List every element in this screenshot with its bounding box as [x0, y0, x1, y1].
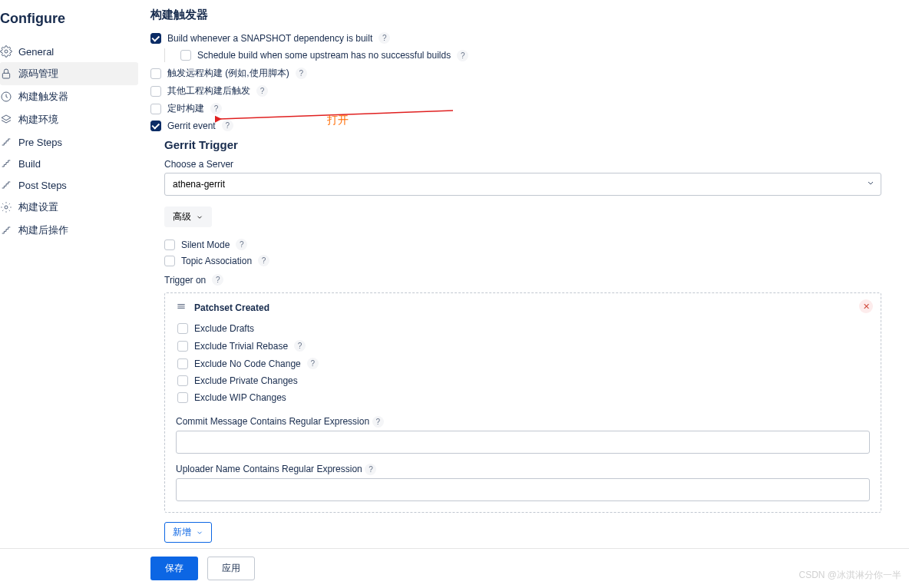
checkbox-label: 定时构建 — [167, 102, 204, 115]
checkbox-label: Exclude No Code Change — [194, 358, 301, 369]
checkbox-label: Topic Association — [181, 256, 252, 266]
sidebar-item-label: General — [18, 46, 54, 58]
uploader-regex-label: Uploader Name Contains Regular Expressio… — [176, 464, 362, 474]
checkbox-label: 触发远程构建 (例如,使用脚本) — [167, 67, 289, 80]
sidebar-item-poststeps[interactable]: Post Steps — [0, 174, 138, 196]
checkbox-label: Schedule build when some upstream has no… — [197, 50, 451, 61]
help-icon[interactable]: ? — [236, 239, 247, 250]
commit-regex-label: Commit Message Contains Regular Expressi… — [176, 416, 369, 427]
svg-rect-1 — [2, 73, 9, 78]
help-icon[interactable]: ? — [294, 340, 306, 352]
trigger-title: Patchset Created — [194, 302, 269, 313]
footer-bar: 保存 应用 — [0, 548, 909, 588]
sidebar-item-label: 构建设置 — [18, 200, 58, 214]
help-icon[interactable]: ? — [258, 255, 269, 266]
sidebar: Configure General 源码管理 构建触发器 构建环境 Pre St… — [0, 0, 138, 551]
checkbox-poll[interactable] — [150, 104, 161, 114]
advanced-button[interactable]: 高级 — [164, 206, 212, 227]
help-icon[interactable]: ? — [256, 85, 268, 97]
sidebar-item-triggers[interactable]: 构建触发器 — [0, 85, 138, 108]
checkbox-gerrit-event[interactable] — [150, 121, 161, 131]
save-button[interactable]: 保存 — [150, 557, 198, 580]
sidebar-item-label: Post Steps — [18, 180, 67, 191]
chevron-down-icon — [196, 213, 203, 221]
checkbox-after-other[interactable] — [150, 86, 161, 97]
checkbox-silent-mode[interactable] — [164, 239, 175, 250]
patchset-created-box: ✕ Patchset Created Exclude Drafts Exclud… — [164, 292, 881, 513]
help-icon[interactable]: ? — [372, 416, 384, 428]
sidebar-item-label: 构建触发器 — [18, 90, 68, 104]
sidebar-item-build[interactable]: Build — [0, 153, 138, 174]
sidebar-item-env[interactable]: 构建环境 — [0, 108, 138, 131]
help-icon[interactable]: ? — [222, 120, 233, 131]
drag-handle-icon[interactable] — [176, 301, 187, 314]
checkbox-exclude-trivial-rebase[interactable] — [177, 341, 188, 352]
checkbox-snapshot[interactable] — [150, 33, 161, 44]
lock-icon — [0, 68, 12, 80]
checkbox-exclude-wip-changes[interactable] — [177, 392, 188, 403]
help-icon[interactable]: ? — [307, 358, 319, 369]
sidebar-item-general[interactable]: General — [0, 41, 138, 62]
chevron-down-icon — [196, 529, 203, 537]
add-label: 新增 — [173, 526, 191, 539]
checkbox-exclude-private-changes[interactable] — [177, 375, 188, 386]
clock-icon — [0, 91, 12, 103]
checkbox-label: Gerrit event — [167, 121, 216, 131]
apply-button[interactable]: 应用 — [207, 557, 255, 580]
indent-line — [164, 48, 165, 62]
checkbox-label: Silent Mode — [181, 239, 230, 250]
sidebar-item-label: 源码管理 — [18, 67, 58, 81]
checkbox-schedule-upstream[interactable] — [180, 50, 191, 61]
checkbox-exclude-no-code-change[interactable] — [177, 358, 188, 369]
page-title: Configure — [0, 8, 138, 41]
sidebar-item-settings[interactable]: 构建设置 — [0, 196, 138, 219]
sidebar-item-label: Pre Steps — [18, 137, 62, 148]
commit-regex-input[interactable] — [176, 431, 870, 454]
gear-icon — [0, 45, 12, 58]
checkbox-label: Exclude Trivial Rebase — [194, 341, 288, 352]
help-icon[interactable]: ? — [296, 68, 307, 79]
help-icon[interactable]: ? — [210, 103, 222, 114]
help-icon[interactable]: ? — [365, 464, 376, 475]
steps-icon — [0, 179, 12, 191]
checkbox-label: Exclude WIP Changes — [194, 392, 286, 403]
help-icon[interactable]: ? — [378, 32, 390, 44]
checkbox-label: Exclude Drafts — [194, 323, 254, 334]
sidebar-item-postbuild[interactable]: 构建后操作 — [0, 219, 138, 242]
checkbox-label: Build whenever a SNAPSHOT dependency is … — [167, 33, 372, 44]
gear-icon — [0, 201, 12, 213]
steps-icon — [0, 157, 12, 170]
help-icon[interactable]: ? — [457, 50, 468, 61]
svg-point-0 — [5, 50, 8, 53]
stack-icon — [0, 114, 12, 126]
gerrit-trigger-title: Gerrit Trigger — [164, 138, 881, 151]
advanced-label: 高级 — [173, 210, 191, 223]
checkbox-remote[interactable] — [150, 68, 161, 79]
trigger-on-label: Trigger on — [164, 275, 206, 286]
sidebar-item-presteps[interactable]: Pre Steps — [0, 131, 138, 153]
steps-icon — [0, 224, 12, 236]
uploader-regex-input[interactable] — [176, 478, 870, 501]
checkbox-label: 其他工程构建后触发 — [167, 84, 250, 97]
main-content: 构建触发器 Build whenever a SNAPSHOT dependen… — [138, 0, 909, 551]
checkbox-label: Exclude Private Changes — [194, 375, 298, 386]
svg-point-3 — [5, 206, 8, 209]
sidebar-item-label: 构建环境 — [18, 113, 58, 127]
server-label: Choose a Server — [164, 159, 881, 170]
sidebar-item-label: 构建后操作 — [18, 223, 68, 237]
add-trigger-button[interactable]: 新增 — [164, 522, 212, 543]
help-icon[interactable]: ? — [212, 274, 223, 286]
section-title: 构建触发器 — [150, 8, 881, 22]
server-select[interactable]: athena-gerrit — [164, 173, 881, 196]
gerrit-trigger-section: Gerrit Trigger Choose a Server athena-ge… — [164, 138, 881, 551]
sidebar-item-source[interactable]: 源码管理 — [0, 62, 138, 85]
checkbox-exclude-drafts[interactable] — [177, 323, 188, 334]
steps-icon — [0, 136, 12, 148]
sidebar-item-label: Build — [18, 158, 41, 170]
checkbox-topic-association[interactable] — [164, 256, 175, 266]
remove-trigger-button[interactable]: ✕ — [859, 299, 873, 313]
